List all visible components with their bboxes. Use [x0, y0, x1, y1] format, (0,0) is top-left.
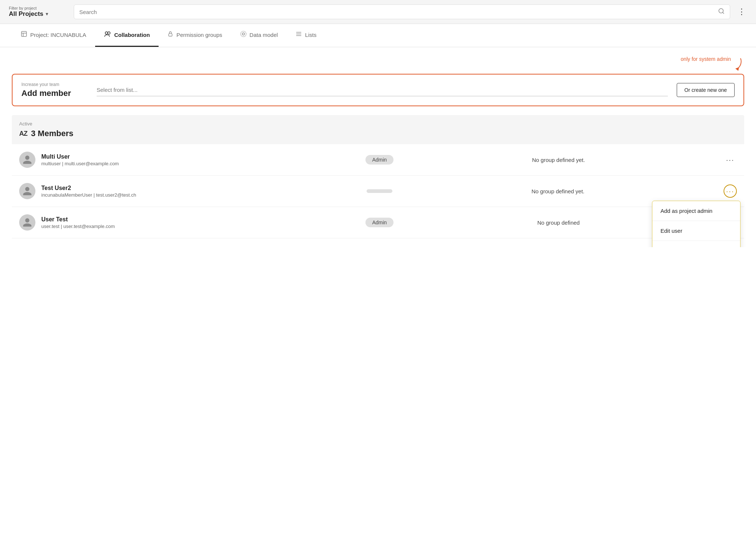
members-count-row: AZ 3 Members	[19, 129, 737, 138]
member-badge: Admin	[365, 218, 393, 227]
tab-permission[interactable]: Permission groups	[159, 24, 231, 47]
tab-collaboration[interactable]: Collaboration	[95, 24, 159, 47]
member-detail: incunabulaMemberUser | test.user2@test.c…	[41, 192, 361, 198]
search-icon	[718, 8, 725, 16]
more-options-icon[interactable]: ⋮	[736, 6, 747, 18]
top-bar: Filter by project All Projects ▾ ⋮	[0, 0, 756, 24]
tab-collaboration-label: Collaboration	[114, 32, 150, 38]
filter-value-text: All Projects	[9, 10, 44, 18]
add-member-label-section: Increase your team Add member	[21, 82, 88, 98]
svg-marker-13	[735, 67, 739, 71]
increase-label: Increase your team	[21, 82, 88, 87]
member-detail: multiuser | multi.user@example.com	[41, 161, 360, 166]
user-avatar-icon	[22, 186, 32, 196]
svg-line-1	[722, 12, 724, 13]
collaboration-icon	[104, 31, 111, 39]
tab-permission-label: Permission groups	[176, 32, 222, 38]
member-badge: Admin	[365, 155, 393, 165]
member-detail: user.test | user.test@example.com	[41, 224, 360, 229]
main-content: only for system admin Increase your team…	[0, 47, 756, 247]
svg-rect-2	[21, 31, 27, 37]
member-name: Multi User	[41, 153, 360, 160]
az-sort-icon[interactable]: AZ	[19, 130, 27, 138]
admin-note-text: only for system admin	[681, 56, 731, 62]
svg-point-8	[242, 33, 245, 35]
chevron-down-icon: ▾	[46, 11, 48, 17]
tab-datamodel-label: Data model	[250, 32, 278, 38]
member-name: Test User2	[41, 185, 361, 191]
svg-point-6	[108, 32, 110, 34]
member-group: No group defined yet.	[399, 157, 718, 163]
avatar	[19, 152, 35, 168]
svg-point-5	[105, 32, 108, 34]
active-label: Active	[19, 121, 737, 127]
filter-value-row: All Projects ▾	[9, 10, 68, 18]
project-icon	[21, 31, 27, 39]
members-header: Active AZ 3 Members	[12, 115, 744, 144]
tabs-bar: Project: INCUNABULA Collaboration Permis…	[0, 24, 756, 47]
member-dropdown-menu: Add as project admin Edit user Change us…	[652, 201, 741, 247]
filter-label: Filter by project	[9, 6, 68, 10]
svg-point-9	[240, 31, 246, 37]
dropdown-item-change-password[interactable]: Change user's password	[652, 241, 740, 247]
dropdown-item-add-admin[interactable]: Add as project admin	[652, 201, 740, 221]
search-bar[interactable]	[74, 4, 730, 19]
admin-arrow	[733, 57, 744, 71]
member-info: Multi User multiuser | multi.user@exampl…	[41, 153, 360, 166]
datamodel-icon	[240, 31, 247, 39]
member-badge	[367, 189, 392, 193]
member-row: User Test user.test | user.test@example.…	[12, 207, 744, 238]
tab-datamodel[interactable]: Data model	[231, 24, 287, 47]
member-info: Test User2 incunabulaMemberUser | test.u…	[41, 185, 361, 198]
avatar	[19, 183, 35, 199]
member-group: No group defined yet.	[398, 188, 718, 194]
svg-rect-7	[169, 34, 172, 36]
admin-note: only for system admin	[681, 56, 744, 71]
search-input[interactable]	[79, 9, 715, 15]
arrow-icon	[733, 58, 744, 71]
add-member-title: Add member	[21, 89, 88, 98]
filter-project-dropdown[interactable]: Filter by project All Projects ▾	[9, 6, 68, 18]
member-info: User Test user.test | user.test@example.…	[41, 216, 360, 229]
member-row: Test User2 incunabulaMemberUser | test.u…	[12, 176, 744, 207]
permission-icon	[167, 31, 173, 39]
select-member-input[interactable]	[97, 84, 668, 96]
tab-lists[interactable]: Lists	[287, 24, 325, 47]
tab-project-label: Project: INCUNABULA	[30, 32, 86, 38]
tab-project[interactable]: Project: INCUNABULA	[12, 24, 95, 47]
tab-lists-label: Lists	[305, 32, 316, 38]
member-row: Multi User multiuser | multi.user@exampl…	[12, 144, 744, 176]
user-avatar-icon	[22, 217, 32, 228]
member-more-button[interactable]: ···	[724, 153, 737, 166]
lists-icon	[295, 31, 302, 39]
member-more-button-active[interactable]: ···	[724, 184, 737, 198]
members-section: Active AZ 3 Members Multi User multiuser…	[12, 115, 744, 238]
member-name: User Test	[41, 216, 360, 223]
add-member-box: Increase your team Add member Or create …	[12, 74, 744, 106]
create-new-button[interactable]: Or create new one	[677, 83, 735, 97]
dropdown-item-edit-user[interactable]: Edit user	[652, 221, 740, 241]
user-avatar-icon	[22, 155, 32, 165]
members-count: 3 Members	[31, 129, 73, 138]
avatar	[19, 214, 35, 231]
